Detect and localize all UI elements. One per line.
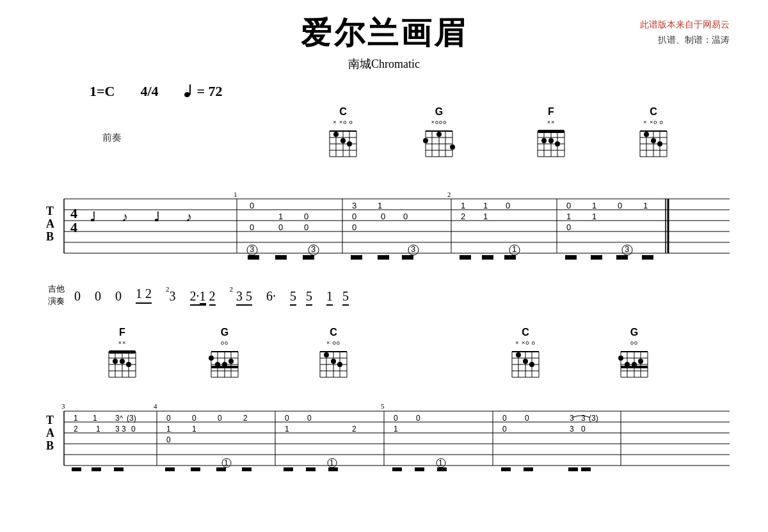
svg-text:1: 1 [483, 201, 488, 210]
svg-rect-107 [504, 255, 516, 260]
chord-G-3: G oo [618, 327, 651, 380]
svg-text:0: 0 [566, 201, 571, 210]
note-212: 2·1 2 [190, 289, 216, 304]
solfege-row: 吉他演奏 0 0 0 1 2 23 2·1 2 2 3 5 [38, 276, 730, 314]
svg-text:0: 0 [403, 212, 408, 221]
svg-text:2: 2 [243, 414, 248, 423]
svg-text:0: 0 [566, 223, 571, 232]
chord-indicators: × ×o o [643, 119, 664, 125]
note-35: 2 3 5 [230, 289, 253, 304]
chord-name: G [630, 327, 638, 338]
svg-text:0: 0 [581, 425, 586, 434]
chord-indicators: ×ooo [431, 119, 447, 125]
chord-name: C [330, 327, 337, 338]
svg-rect-118 [565, 255, 577, 260]
svg-text:3: 3 [625, 244, 629, 254]
svg-rect-228 [165, 467, 175, 471]
svg-text:3: 3 [411, 244, 415, 254]
chord-name: C [650, 106, 657, 118]
svg-point-177 [529, 362, 534, 367]
chord-indicators: oo [221, 340, 228, 346]
svg-text:0: 0 [502, 414, 507, 423]
svg-rect-119 [591, 255, 602, 260]
svg-point-135 [120, 359, 125, 364]
svg-text:♪: ♪ [186, 210, 192, 224]
svg-text:1: 1 [224, 458, 228, 467]
page: 此谱版本来自于网易云 扒谱、制谱：温涛 爱尔兰画眉 南城Chromatic 1=… [0, 0, 768, 532]
svg-rect-240 [306, 467, 316, 471]
svg-rect-251 [437, 467, 447, 471]
svg-text:1: 1 [285, 425, 289, 434]
svg-rect-239 [284, 467, 293, 471]
svg-point-134 [113, 359, 118, 364]
chord-diagram-svg [208, 347, 241, 380]
svg-text:0: 0 [285, 414, 289, 423]
solfege-label: 吉他演奏 [48, 283, 65, 308]
svg-point-36 [541, 138, 547, 143]
svg-point-162 [324, 352, 329, 357]
song-subtitle: 南城Chromatic [38, 56, 730, 72]
svg-point-150 [228, 359, 234, 364]
svg-rect-249 [392, 467, 402, 471]
svg-text:1: 1 [394, 425, 398, 434]
chord-G-1: G ×ooo [422, 106, 456, 159]
svg-text:0: 0 [394, 414, 398, 423]
chord-row-2: F ×× G oo [38, 327, 730, 397]
svg-rect-262 [524, 467, 533, 471]
chord-indicators: × ×o o [515, 340, 536, 346]
source-text: 此谱版本来自于网易云 [640, 19, 730, 31]
svg-text:1: 1 [96, 425, 100, 434]
svg-point-51 [657, 141, 662, 146]
note-6-dot: 6· [266, 289, 276, 304]
svg-text:3: 3 [581, 414, 586, 423]
svg-text:0: 0 [352, 223, 356, 232]
svg-text:T: T [46, 205, 54, 217]
tempo-value: = 72 [197, 83, 223, 100]
svg-text:0: 0 [502, 425, 507, 434]
chord-diagram-svg [637, 126, 670, 159]
svg-text:0: 0 [307, 414, 312, 423]
svg-rect-264 [581, 467, 591, 471]
music-info: 1=C 4/4 = 72 [90, 83, 730, 100]
svg-rect-250 [415, 467, 424, 471]
chord-diagram-svg [422, 126, 456, 159]
svg-text:^: ^ [120, 414, 124, 422]
svg-rect-120 [616, 255, 628, 260]
svg-text:3: 3 [250, 244, 254, 254]
chord-diagram-svg [534, 126, 568, 159]
svg-text:(3): (3) [127, 414, 136, 423]
svg-point-37 [548, 138, 554, 143]
svg-point-147 [209, 356, 214, 361]
svg-text:0: 0 [618, 201, 622, 210]
chord-C-4: C × ×o o [509, 327, 542, 380]
chord-name: C [339, 106, 347, 118]
chord-indicators: × oo [326, 340, 340, 346]
svg-text:♪: ♪ [122, 210, 128, 224]
chord-C-2: C × ×o o [637, 106, 670, 159]
svg-rect-231 [242, 467, 252, 471]
chord-G-2: G oo [208, 327, 241, 380]
svg-rect-214 [72, 467, 81, 471]
svg-text:4: 4 [154, 402, 157, 410]
svg-point-49 [644, 132, 649, 137]
svg-text:A: A [46, 426, 54, 439]
svg-point-10 [333, 132, 339, 137]
svg-text:1: 1 [74, 414, 78, 423]
svg-text:1: 1 [192, 425, 196, 434]
svg-text:2: 2 [352, 425, 356, 434]
svg-point-25 [450, 145, 455, 150]
chord-indicators: × ×o o [333, 119, 353, 125]
svg-text:1: 1 [643, 201, 648, 210]
svg-rect-192 [621, 366, 648, 368]
svg-text:♩: ♩ [90, 210, 95, 224]
svg-text:0: 0 [250, 223, 254, 232]
svg-rect-83 [303, 255, 314, 260]
tab-staff-row1: T A B 4 4 ♩ ♪ ♩ ♪ 1 0 [38, 180, 730, 263]
svg-text:♩: ♩ [154, 210, 159, 224]
svg-text:T: T [46, 414, 54, 426]
svg-text:3: 3 [570, 425, 574, 434]
svg-text:1: 1 [461, 201, 465, 210]
svg-point-38 [555, 141, 560, 146]
tab-staff-row2: T A B 3 1 2 1 1 3 ^ (3) 3 3 0 [38, 397, 730, 474]
svg-text:1: 1 [378, 201, 382, 210]
